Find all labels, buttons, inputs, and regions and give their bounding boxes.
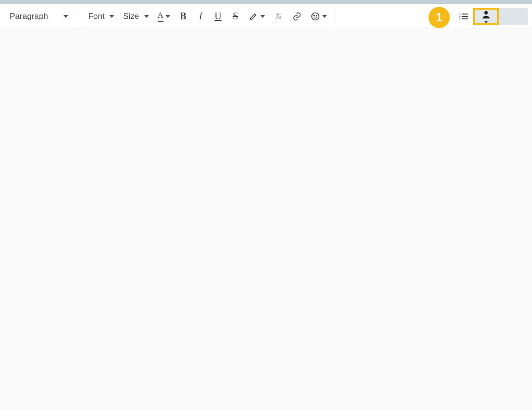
person-icon [481,9,491,20]
emoji-button[interactable] [308,8,330,25]
italic-button[interactable]: I [193,8,208,25]
highlighter-icon [249,12,258,21]
font-color-button[interactable]: A [155,8,173,25]
paragraph-dropdown[interactable]: Paragraph [4,8,73,25]
chevron-down-icon [144,15,149,18]
bold-button[interactable]: B [176,8,191,25]
chevron-down-icon [165,15,170,18]
size-dropdown[interactable]: Size [120,8,151,25]
link-icon [292,12,302,21]
font-label: Font [88,12,104,21]
chevron-down-icon [63,15,68,18]
strikethrough-button[interactable]: S [228,8,243,25]
step-marker-1: 1 [429,7,450,28]
emoji-icon [310,12,320,21]
underline-glyph: U [215,11,222,22]
italic-glyph: I [199,11,202,22]
strike-glyph: S [233,11,238,22]
add-personalisation-button[interactable] [473,8,499,25]
paragraph-label: Paragraph [10,12,48,21]
chevron-down-icon [484,21,488,23]
svg-point-2 [316,15,317,16]
underline-button[interactable]: U [211,8,225,25]
list-icon [459,14,468,19]
chevron-down-icon [260,15,265,18]
toolbar-separator [79,9,79,24]
toolbar-separator [336,9,336,24]
insert-link-button[interactable] [289,8,305,25]
font-color-glyph: A [158,11,163,22]
highlight-button[interactable] [246,8,268,25]
chevron-down-icon [109,15,114,18]
clear-format-icon [274,12,283,21]
toolbar-trailing-area [499,8,528,25]
editor-toolbar: Paragraph Font Size A B I U S [0,4,532,29]
window-top-strip [0,0,532,4]
svg-point-0 [311,13,319,20]
svg-point-1 [313,15,314,16]
bullet-list-button[interactable] [454,8,473,25]
size-label: Size [123,12,139,21]
chevron-down-icon [322,15,327,18]
bold-glyph: B [180,11,186,22]
clear-format-button[interactable] [271,8,286,25]
font-dropdown[interactable]: Font [85,8,117,25]
svg-point-3 [484,11,488,15]
